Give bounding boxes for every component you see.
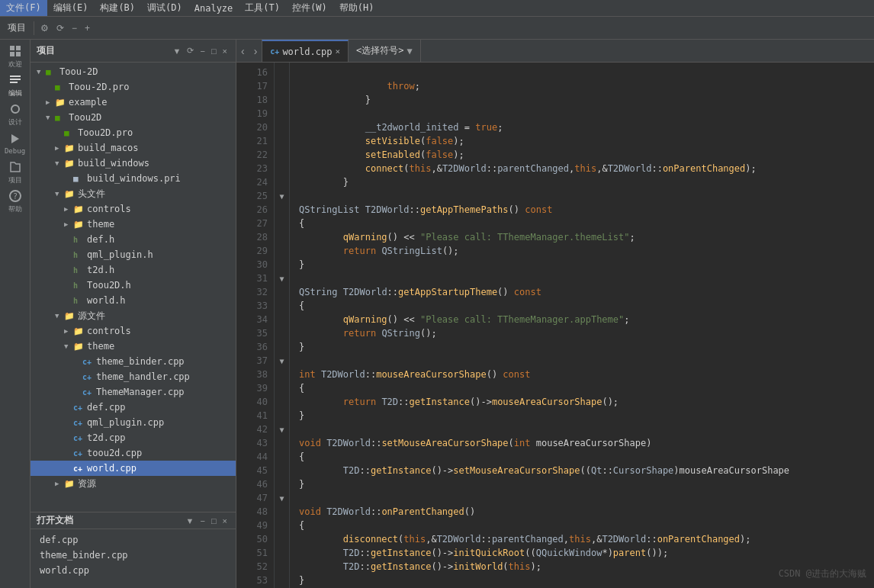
tree-item-thememanager-cpp[interactable]: c+ ThemeManager.cpp [31,384,236,400]
sidebar-icon-project[interactable]: 项目 [2,159,29,186]
svg-rect-6 [10,82,18,83]
panel-filter-btn[interactable]: ▼ [171,45,184,56]
tree-item-build-windows-pri[interactable]: ■ build_windows.pri [31,171,236,186]
tab-nav-left[interactable]: ‹ [236,40,249,62]
tree-item-toou2d-cpp[interactable]: c+ toou2d.cpp [31,445,236,461]
open-docs-title: 打开文档 [37,514,73,527]
project-panel: 项目 ▼ ⟳ − □ × ▼ ■ Toou-2D ■ T [31,40,236,588]
fold-31[interactable]: ▼ [279,275,284,283]
open-docs-float-btn[interactable]: □ [209,516,219,526]
open-file-theme-binder-cpp[interactable]: theme_binder.cpp [37,548,230,563]
fold-column: ▼ ▼ ▼ ▼ [275,63,290,588]
tab-world-cpp[interactable]: c+ world.cpp × [262,40,349,62]
svg-text:?: ? [13,192,18,201]
menu-edit[interactable]: 编辑(E) [47,0,95,16]
svg-marker-8 [11,134,19,143]
tab-world-cpp-label: world.cpp [282,47,332,57]
tree-item-theme-h[interactable]: ▶ 📁 theme [31,217,236,232]
fold-37[interactable]: ▼ [279,357,284,365]
svg-rect-4 [10,76,21,77]
menu-tools[interactable]: 工具(T) [239,0,286,16]
tree-item-t2d-h[interactable]: h t2d.h [31,262,236,278]
toolbar-sync-btn[interactable]: ⟳ [53,21,67,35]
open-docs-minimize-btn[interactable]: − [198,516,207,526]
tree-item-controls-src[interactable]: ▶ 📁 controls [31,323,236,339]
menu-help[interactable]: 帮助(H) [333,0,381,16]
toolbar: 项目 ⚙ ⟳ − + [0,17,874,40]
open-docs-panel: 打开文档 ▼ − □ × def.cpp theme_binder.cpp wo… [31,512,236,588]
sidebar-icon-edit[interactable]: 编辑 [2,72,29,99]
tree-item-controls-h[interactable]: ▶ 📁 controls [31,201,236,217]
sidebar-icon-design[interactable]: 设计 [2,101,29,128]
sidebar-icon-help[interactable]: ? 帮助 [2,188,29,215]
tree-item-theme-src[interactable]: ▼ 📁 theme [31,339,236,354]
toolbar-filter-btn[interactable]: ⚙ [37,21,52,35]
menu-controls[interactable]: 控件(W) [286,0,333,16]
open-file-def-cpp[interactable]: def.cpp [37,532,230,548]
open-file-world-cpp[interactable]: world.cpp [37,563,230,578]
menu-build[interactable]: 构建(B) [94,0,141,16]
tree-item-def-cpp[interactable]: c+ def.cpp [31,400,236,415]
tree-item-t2d-cpp[interactable]: c+ t2d.cpp [31,430,236,445]
menu-debug[interactable]: 调试(D) [141,0,188,16]
svg-rect-3 [16,52,21,56]
sidebar-icon-welcome[interactable]: 欢迎 [2,43,29,70]
tree-item-headers[interactable]: ▼ 📁 头文件 [31,186,236,201]
tree-item-sources[interactable]: ▼ 📁 源文件 [31,308,236,323]
open-docs-close-btn[interactable]: × [220,516,230,526]
toolbar-collapse-btn[interactable]: − [69,21,80,35]
tab-nav-right[interactable]: › [249,40,262,62]
project-header: 项目 ▼ ⟳ − □ × [31,40,236,63]
toolbar-expand-btn[interactable]: + [82,21,93,35]
tree-item-theme-binder-cpp[interactable]: c+ theme_binder.cpp [31,354,236,369]
panel-sync-btn[interactable]: ⟳ [185,45,196,56]
tree-item-toou2d-h[interactable]: h Toou2D.h [31,278,236,293]
sidebar-debug-label: Debug [5,147,25,155]
menu-bar: 文件(F) 编辑(E) 构建(B) 调试(D) Analyze 工具(T) 控件… [0,0,874,17]
tree-item-toou2d-folder[interactable]: ▼ ■ Toou2D [31,110,236,125]
project-panel-title: 项目 [37,44,55,57]
svg-rect-0 [10,46,14,50]
sidebar-project-label: 项目 [8,175,22,185]
panel-close-btn[interactable]: × [220,45,230,56]
sidebar-design-label: 设计 [8,117,22,127]
fold-42[interactable]: ▼ [279,426,284,434]
tree-item-theme-handler-cpp[interactable]: c+ theme_handler.cpp [31,369,236,384]
sidebar-help-label: 帮助 [8,204,22,214]
panel-minimize-btn[interactable]: − [198,45,207,56]
panel-float-btn[interactable]: □ [209,45,219,56]
tree-item-toou2d-root[interactable]: ▼ ■ Toou-2D [31,64,236,79]
tab-bar: ‹ › c+ world.cpp × <选择符号> ▼ [236,40,874,63]
sidebar-welcome-label: 欢迎 [8,59,22,69]
sidebar-icons: 欢迎 编辑 设计 Debug 项目 ? 帮助 [0,40,31,588]
fold-47[interactable]: ▼ [279,494,284,503]
svg-rect-5 [10,79,21,80]
open-docs-filter-btn[interactable]: ▼ [184,516,197,526]
tree-item-qml-plugin-cpp[interactable]: c+ qml_plugin.cpp [31,415,236,430]
symbol-dropdown-icon: ▼ [407,46,413,56]
tree-item-toou2d-pro[interactable]: ■ Toou-2D.pro [31,79,236,95]
tree-item-example[interactable]: ▶ 📁 example [31,95,236,110]
project-tree[interactable]: ▼ ■ Toou-2D ■ Toou-2D.pro ▶ 📁 example [31,63,236,512]
svg-rect-1 [16,46,21,50]
menu-file[interactable]: 文件(F) [0,0,47,16]
svg-point-7 [11,105,19,113]
fold-25[interactable]: ▼ [279,192,284,201]
tab-symbol-selector[interactable]: <选择符号> ▼ [349,40,421,62]
tab-world-cpp-close[interactable]: × [335,47,340,56]
tree-item-def-h[interactable]: h def.h [31,232,236,247]
sidebar-icon-debug[interactable]: Debug [2,130,29,157]
tree-item-resources[interactable]: ▶ 📁 资源 [31,476,236,491]
tree-item-qml-plugin-h[interactable]: h qml_plugin.h [31,247,236,262]
menu-analyze[interactable]: Analyze [188,0,239,16]
tree-item-toou2d-pro2[interactable]: ■ Toou2D.pro [31,125,236,140]
tree-item-world-cpp[interactable]: c+ world.cpp [31,461,236,476]
tree-item-world-h[interactable]: h world.h [31,293,236,308]
code-content[interactable]: throw; } __t2dworld_inited = true; setVi… [290,63,874,588]
line-numbers: 16 17 18 19 20 21 22 23 24 25 26 27 28 2… [236,63,275,588]
tree-item-build-windows[interactable]: ▼ 📁 build_windows [31,156,236,171]
open-files-list: def.cpp theme_binder.cpp world.cpp [31,529,236,581]
code-editor: 16 17 18 19 20 21 22 23 24 25 26 27 28 2… [236,63,874,588]
tree-item-build-macos[interactable]: ▶ 📁 build_macos [31,140,236,156]
toolbar-project-label: 项目 [3,21,31,34]
